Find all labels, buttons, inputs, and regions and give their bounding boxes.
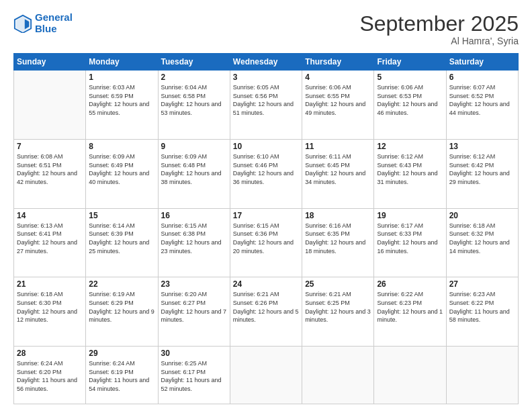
cell-sun-info: Sunrise: 6:20 AM Sunset: 6:27 PM Dayligh… [161, 290, 227, 324]
day-number: 23 [161, 279, 227, 289]
day-number: 11 [305, 142, 371, 151]
cell-sun-info: Sunrise: 6:13 AM Sunset: 6:41 PM Dayligh… [17, 222, 83, 255]
cell-sun-info: Sunrise: 6:14 AM Sunset: 6:39 PM Dayligh… [89, 222, 154, 255]
day-number: 20 [449, 211, 515, 220]
calendar-cell: 12Sunrise: 6:12 AM Sunset: 6:43 PM Dayli… [374, 139, 446, 208]
cell-sun-info: Sunrise: 6:21 AM Sunset: 6:25 PM Dayligh… [305, 290, 371, 324]
calendar-cell: 30Sunrise: 6:25 AM Sunset: 6:17 PM Dayli… [158, 347, 230, 404]
calendar-cell: 23Sunrise: 6:20 AM Sunset: 6:27 PM Dayli… [158, 277, 230, 347]
day-number: 30 [161, 349, 227, 358]
calendar-cell: 25Sunrise: 6:21 AM Sunset: 6:25 PM Dayli… [302, 277, 374, 347]
day-number: 12 [377, 142, 443, 151]
weekday-header-thursday: Thursday [302, 54, 374, 71]
cell-sun-info: Sunrise: 6:15 AM Sunset: 6:38 PM Dayligh… [161, 222, 227, 255]
calendar-cell: 26Sunrise: 6:22 AM Sunset: 6:23 PM Dayli… [374, 277, 446, 347]
weekday-header-saturday: Saturday [446, 54, 518, 71]
cell-sun-info: Sunrise: 6:25 AM Sunset: 6:17 PM Dayligh… [161, 359, 227, 393]
cell-sun-info: Sunrise: 6:18 AM Sunset: 6:30 PM Dayligh… [17, 290, 83, 324]
cell-sun-info: Sunrise: 6:03 AM Sunset: 6:59 PM Dayligh… [89, 83, 154, 117]
day-number: 2 [161, 73, 227, 82]
calendar-cell: 2Sunrise: 6:04 AM Sunset: 6:58 PM Daylig… [158, 71, 230, 140]
day-number: 16 [161, 211, 227, 220]
calendar-cell: 13Sunrise: 6:12 AM Sunset: 6:42 PM Dayli… [446, 139, 518, 208]
cell-sun-info: Sunrise: 6:06 AM Sunset: 6:53 PM Dayligh… [377, 83, 443, 117]
day-number: 14 [17, 211, 83, 220]
day-number: 3 [233, 73, 299, 82]
calendar-week-2: 14Sunrise: 6:13 AM Sunset: 6:41 PM Dayli… [14, 208, 519, 277]
cell-sun-info: Sunrise: 6:04 AM Sunset: 6:58 PM Dayligh… [161, 83, 227, 117]
calendar-week-4: 28Sunrise: 6:24 AM Sunset: 6:20 PM Dayli… [14, 347, 519, 404]
calendar-cell [14, 71, 86, 140]
logo: General Blue [13, 12, 73, 34]
calendar-cell: 18Sunrise: 6:16 AM Sunset: 6:35 PM Dayli… [302, 208, 374, 277]
calendar-cell: 9Sunrise: 6:09 AM Sunset: 6:48 PM Daylig… [158, 139, 230, 208]
day-number: 29 [89, 349, 154, 358]
day-number: 1 [89, 73, 154, 82]
title-block: September 2025 Al Hamra', Syria [359, 12, 519, 46]
cell-sun-info: Sunrise: 6:11 AM Sunset: 6:45 PM Dayligh… [305, 152, 371, 186]
day-number: 7 [17, 142, 83, 151]
calendar-cell: 17Sunrise: 6:15 AM Sunset: 6:36 PM Dayli… [230, 208, 302, 277]
calendar-week-3: 21Sunrise: 6:18 AM Sunset: 6:30 PM Dayli… [14, 277, 519, 347]
location: Al Hamra', Syria [359, 36, 519, 46]
day-number: 25 [305, 279, 371, 289]
day-number: 27 [449, 279, 515, 289]
cell-sun-info: Sunrise: 6:24 AM Sunset: 6:19 PM Dayligh… [89, 359, 154, 393]
calendar-cell [230, 347, 302, 404]
calendar-table: SundayMondayTuesdayWednesdayThursdayFrid… [13, 53, 519, 404]
header: General Blue September 2025 Al Hamra', S… [13, 12, 519, 46]
cell-sun-info: Sunrise: 6:21 AM Sunset: 6:26 PM Dayligh… [233, 290, 299, 324]
calendar-cell: 24Sunrise: 6:21 AM Sunset: 6:26 PM Dayli… [230, 277, 302, 347]
day-number: 5 [377, 73, 443, 82]
cell-sun-info: Sunrise: 6:07 AM Sunset: 6:52 PM Dayligh… [449, 83, 515, 117]
day-number: 13 [449, 142, 515, 151]
logo-icon [13, 14, 32, 33]
weekday-header-row: SundayMondayTuesdayWednesdayThursdayFrid… [14, 54, 519, 71]
month-title: September 2025 [359, 12, 519, 36]
calendar-cell [302, 347, 374, 404]
weekday-header-sunday: Sunday [14, 54, 86, 71]
cell-sun-info: Sunrise: 6:19 AM Sunset: 6:29 PM Dayligh… [89, 290, 154, 324]
cell-sun-info: Sunrise: 6:23 AM Sunset: 6:22 PM Dayligh… [449, 290, 515, 324]
calendar-cell: 22Sunrise: 6:19 AM Sunset: 6:29 PM Dayli… [86, 277, 158, 347]
calendar-cell: 10Sunrise: 6:10 AM Sunset: 6:46 PM Dayli… [230, 139, 302, 208]
calendar-cell: 6Sunrise: 6:07 AM Sunset: 6:52 PM Daylig… [446, 71, 518, 140]
calendar-cell: 4Sunrise: 6:06 AM Sunset: 6:55 PM Daylig… [302, 71, 374, 140]
calendar-week-0: 1Sunrise: 6:03 AM Sunset: 6:59 PM Daylig… [14, 71, 519, 140]
calendar-cell: 14Sunrise: 6:13 AM Sunset: 6:41 PM Dayli… [14, 208, 86, 277]
calendar-cell: 11Sunrise: 6:11 AM Sunset: 6:45 PM Dayli… [302, 139, 374, 208]
day-number: 19 [377, 211, 443, 220]
cell-sun-info: Sunrise: 6:15 AM Sunset: 6:36 PM Dayligh… [233, 222, 299, 255]
day-number: 18 [305, 211, 371, 220]
day-number: 26 [377, 279, 443, 289]
calendar-cell [374, 347, 446, 404]
weekday-header-tuesday: Tuesday [158, 54, 230, 71]
day-number: 17 [233, 211, 299, 220]
cell-sun-info: Sunrise: 6:09 AM Sunset: 6:49 PM Dayligh… [89, 152, 154, 186]
day-number: 24 [233, 279, 299, 289]
cell-sun-info: Sunrise: 6:16 AM Sunset: 6:35 PM Dayligh… [305, 222, 371, 255]
calendar-week-1: 7Sunrise: 6:08 AM Sunset: 6:51 PM Daylig… [14, 139, 519, 208]
cell-sun-info: Sunrise: 6:06 AM Sunset: 6:55 PM Dayligh… [305, 83, 371, 117]
calendar-cell: 5Sunrise: 6:06 AM Sunset: 6:53 PM Daylig… [374, 71, 446, 140]
calendar-cell: 8Sunrise: 6:09 AM Sunset: 6:49 PM Daylig… [86, 139, 158, 208]
day-number: 9 [161, 142, 227, 151]
calendar-cell: 20Sunrise: 6:18 AM Sunset: 6:32 PM Dayli… [446, 208, 518, 277]
logo-text: General Blue [35, 12, 73, 34]
calendar-cell: 7Sunrise: 6:08 AM Sunset: 6:51 PM Daylig… [14, 139, 86, 208]
calendar-cell: 27Sunrise: 6:23 AM Sunset: 6:22 PM Dayli… [446, 277, 518, 347]
cell-sun-info: Sunrise: 6:12 AM Sunset: 6:43 PM Dayligh… [377, 152, 443, 186]
day-number: 22 [89, 279, 154, 289]
weekday-header-wednesday: Wednesday [230, 54, 302, 71]
day-number: 4 [305, 73, 371, 82]
cell-sun-info: Sunrise: 6:08 AM Sunset: 6:51 PM Dayligh… [17, 152, 83, 186]
calendar-cell: 16Sunrise: 6:15 AM Sunset: 6:38 PM Dayli… [158, 208, 230, 277]
cell-sun-info: Sunrise: 6:24 AM Sunset: 6:20 PM Dayligh… [17, 359, 83, 393]
calendar-cell: 29Sunrise: 6:24 AM Sunset: 6:19 PM Dayli… [86, 347, 158, 404]
day-number: 10 [233, 142, 299, 151]
calendar-cell: 1Sunrise: 6:03 AM Sunset: 6:59 PM Daylig… [86, 71, 158, 140]
day-number: 28 [17, 349, 83, 358]
cell-sun-info: Sunrise: 6:05 AM Sunset: 6:56 PM Dayligh… [233, 83, 299, 117]
cell-sun-info: Sunrise: 6:22 AM Sunset: 6:23 PM Dayligh… [377, 290, 443, 324]
weekday-header-friday: Friday [374, 54, 446, 71]
